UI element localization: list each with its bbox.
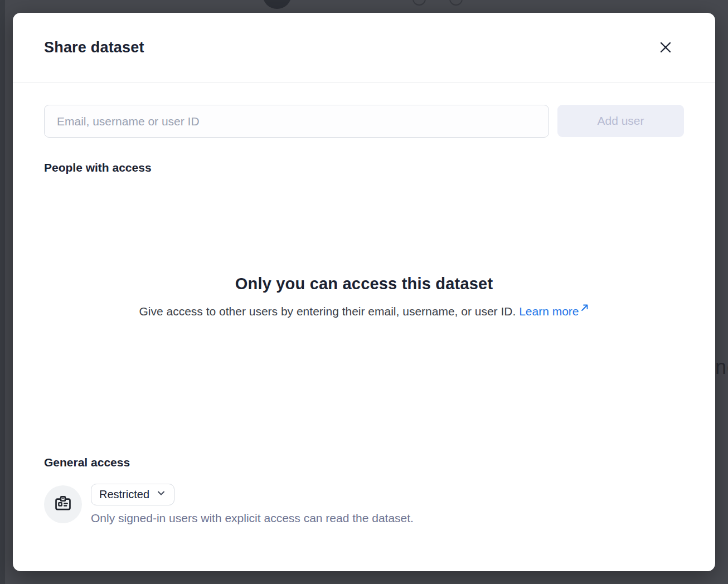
chevron-down-icon bbox=[156, 488, 166, 501]
general-access-avatar bbox=[44, 485, 82, 523]
add-user-button[interactable]: Add user bbox=[557, 105, 684, 137]
dialog-header: Share dataset bbox=[13, 13, 715, 82]
general-access-description: Only signed-in users with explicit acces… bbox=[91, 512, 414, 525]
people-with-access-heading: People with access bbox=[44, 161, 152, 174]
general-access-selected-option: Restricted bbox=[99, 488, 149, 501]
empty-state-description: Give access to other users by entering t… bbox=[13, 303, 715, 319]
background-page-text: ne bbox=[715, 356, 728, 379]
learn-more-label: Learn more bbox=[519, 305, 579, 318]
close-button[interactable] bbox=[656, 38, 675, 57]
background-page-edge bbox=[0, 0, 5, 584]
general-access-dropdown[interactable]: Restricted bbox=[91, 484, 174, 505]
empty-state-description-text: Give access to other users by entering t… bbox=[139, 305, 516, 318]
id-badge-icon bbox=[54, 494, 72, 515]
close-icon bbox=[658, 40, 673, 55]
add-user-row: Add user bbox=[44, 105, 684, 138]
learn-more-link[interactable]: Learn more bbox=[519, 303, 589, 319]
general-access-heading: General access bbox=[44, 456, 130, 469]
background-artifact bbox=[412, 0, 426, 6]
empty-state-title: Only you can access this dataset bbox=[13, 275, 715, 293]
user-search-input[interactable] bbox=[44, 105, 549, 138]
background-avatar bbox=[263, 0, 292, 9]
background-artifact bbox=[449, 0, 463, 6]
arrow-up-right-icon bbox=[580, 303, 589, 319]
dialog-title: Share dataset bbox=[44, 39, 144, 56]
empty-state: Only you can access this dataset Give ac… bbox=[13, 275, 715, 319]
share-dataset-dialog: Share dataset Add user People with acces… bbox=[13, 13, 715, 571]
